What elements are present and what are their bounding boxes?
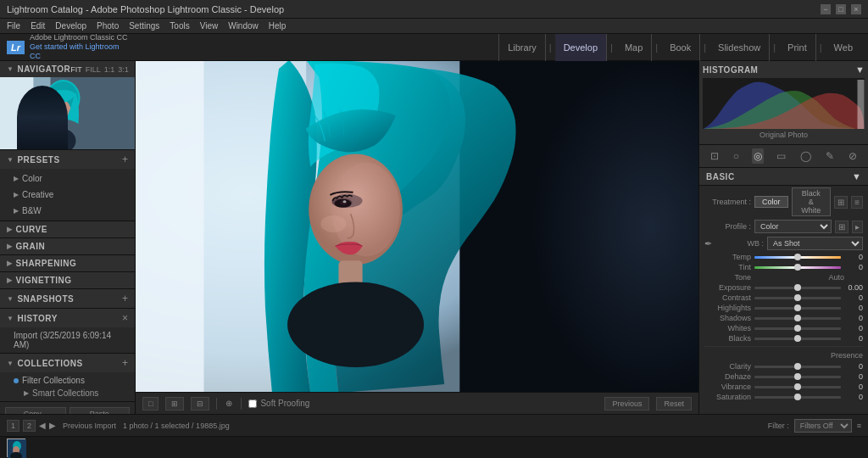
- tone-auto-button[interactable]: Auto: [828, 273, 863, 282]
- nav-book[interactable]: Book: [661, 34, 700, 61]
- soft-proofing-toggle[interactable]: Soft Proofing: [248, 399, 309, 408]
- grad-filter-tool[interactable]: ▭: [775, 148, 787, 164]
- crop-tool[interactable]: ⊡: [709, 148, 721, 164]
- shadows-track[interactable]: [754, 317, 841, 320]
- menu-edit[interactable]: Edit: [31, 21, 45, 31]
- radial-filter-tool[interactable]: ◯: [798, 148, 813, 164]
- bw-treatment-button[interactable]: Black & White: [792, 187, 832, 216]
- highlights-thumb[interactable]: [794, 304, 801, 311]
- basic-header[interactable]: Basic ▼: [699, 168, 868, 186]
- view-compare-button[interactable]: ⊞: [165, 397, 184, 411]
- filmstrip-thumb-1[interactable]: [7, 438, 25, 457]
- wb-select[interactable]: As Shot Auto Daylight Cloudy Custom: [767, 237, 863, 250]
- saturation-track[interactable]: [754, 396, 841, 399]
- view-survey-button[interactable]: ⊟: [191, 397, 209, 411]
- clarity-thumb[interactable]: [794, 363, 801, 370]
- sharpening-header[interactable]: ▶ Sharpening: [0, 255, 135, 271]
- maximize-button[interactable]: □: [836, 4, 846, 14]
- menu-window[interactable]: Window: [228, 21, 259, 31]
- history-item[interactable]: Import (3/25/2019 6:09:14 AM): [0, 329, 135, 351]
- whites-thumb[interactable]: [794, 325, 801, 332]
- minimize-button[interactable]: −: [821, 4, 831, 14]
- collections-add-button[interactable]: +: [122, 357, 128, 369]
- treatment-grid-icon[interactable]: ⊞: [834, 196, 848, 209]
- blacks-track[interactable]: [754, 338, 841, 340]
- collection-smart[interactable]: ▶ Smart Collections: [0, 387, 135, 399]
- preset-group-creative-header[interactable]: ▶ Creative: [14, 188, 121, 201]
- paste-button[interactable]: Paste: [70, 407, 131, 414]
- filter-settings-icon[interactable]: ≡: [857, 422, 861, 430]
- nav-forward-icon[interactable]: ▶: [49, 421, 56, 430]
- collections-header[interactable]: ▼ Collections +: [0, 354, 135, 372]
- nav-develop[interactable]: Develop: [555, 34, 607, 61]
- contrast-thumb[interactable]: [794, 294, 801, 301]
- menu-settings[interactable]: Settings: [129, 21, 159, 31]
- shadows-thumb[interactable]: [794, 315, 801, 321]
- basic-expand-icon[interactable]: ▼: [852, 171, 861, 182]
- redeye-tool[interactable]: ◎: [752, 148, 764, 164]
- whites-track[interactable]: [754, 327, 841, 330]
- temp-track[interactable]: [754, 256, 841, 259]
- preset-group-bw-header[interactable]: ▶ B&W: [14, 204, 121, 217]
- previous-button[interactable]: Previous: [604, 397, 649, 411]
- profile-arrow-icon[interactable]: ▸: [852, 221, 863, 233]
- profile-select[interactable]: Color: [754, 220, 832, 233]
- exposure-thumb[interactable]: [794, 284, 801, 291]
- color-treatment-button[interactable]: Color: [754, 196, 788, 208]
- menu-help[interactable]: Help: [269, 21, 287, 31]
- nav-back-icon[interactable]: ◀: [39, 421, 46, 430]
- nav-library[interactable]: Library: [498, 34, 546, 61]
- page-2-button[interactable]: 2: [23, 420, 36, 432]
- menu-file[interactable]: File: [7, 21, 20, 31]
- navigator-header[interactable]: ▼ Navigator FIT FILL 1:1 3:1: [0, 61, 135, 77]
- page-1-button[interactable]: 1: [7, 420, 19, 432]
- history-clear-button[interactable]: ×: [122, 312, 128, 324]
- filter-select[interactable]: Filters Off Flagged Unflagged Rejected: [794, 419, 852, 433]
- masking-tool[interactable]: ⊘: [847, 148, 859, 164]
- menu-photo[interactable]: Photo: [97, 21, 119, 31]
- curve-header[interactable]: ▶ Curve: [0, 221, 135, 237]
- soft-proofing-checkbox[interactable]: [248, 399, 257, 408]
- snapshots-add-button[interactable]: +: [122, 293, 128, 304]
- vignetting-header[interactable]: ▶ Vignetting: [0, 272, 135, 288]
- copy-button[interactable]: Copy...: [5, 407, 66, 414]
- preset-group-color-header[interactable]: ▶ Color: [14, 172, 121, 185]
- treatment-list-icon[interactable]: ≡: [851, 196, 863, 209]
- spot-removal-tool[interactable]: ○: [732, 148, 741, 164]
- nav-slideshow[interactable]: Slideshow: [709, 34, 770, 61]
- nav-print[interactable]: Print: [779, 34, 816, 61]
- presets-add-button[interactable]: +: [122, 154, 128, 165]
- presets-header[interactable]: ▼ Presets +: [0, 150, 135, 169]
- menu-view[interactable]: View: [200, 21, 219, 31]
- snapshots-header[interactable]: ▼ Snapshots +: [0, 289, 135, 308]
- collection-filter[interactable]: Filter Collections: [0, 374, 135, 387]
- tint-track[interactable]: [754, 266, 841, 269]
- grain-header[interactable]: ▶ Grain: [0, 238, 135, 254]
- dehaze-track[interactable]: [754, 376, 841, 378]
- history-header[interactable]: ▼ History ×: [0, 309, 135, 327]
- dehaze-thumb[interactable]: [794, 373, 801, 380]
- loupe-icon[interactable]: ⊕: [224, 397, 234, 410]
- brush-tool[interactable]: ✎: [824, 148, 836, 164]
- tint-thumb[interactable]: [794, 264, 801, 271]
- profile-browse-icon[interactable]: ⊞: [835, 221, 849, 233]
- temp-thumb[interactable]: [794, 254, 801, 260]
- zoom-3to1[interactable]: 3:1: [118, 65, 129, 74]
- vibrance-thumb[interactable]: [794, 383, 801, 390]
- contrast-track[interactable]: [754, 297, 841, 299]
- blacks-thumb[interactable]: [794, 335, 801, 342]
- menu-tools[interactable]: Tools: [170, 21, 189, 31]
- reset-button[interactable]: Reset: [656, 397, 692, 411]
- close-button[interactable]: ×: [851, 4, 861, 14]
- nav-map[interactable]: Map: [616, 34, 652, 61]
- menu-develop[interactable]: Develop: [55, 21, 86, 31]
- histogram-expand-icon[interactable]: ▼: [855, 64, 865, 75]
- highlights-track[interactable]: [754, 307, 841, 310]
- saturation-thumb[interactable]: [794, 394, 801, 400]
- nav-web[interactable]: Web: [826, 34, 861, 61]
- zoom-fill[interactable]: FILL: [86, 65, 101, 74]
- zoom-1to1[interactable]: 1:1: [104, 65, 115, 74]
- vibrance-track[interactable]: [754, 386, 841, 388]
- zoom-fit[interactable]: FIT: [70, 65, 82, 74]
- clarity-track[interactable]: [754, 366, 841, 368]
